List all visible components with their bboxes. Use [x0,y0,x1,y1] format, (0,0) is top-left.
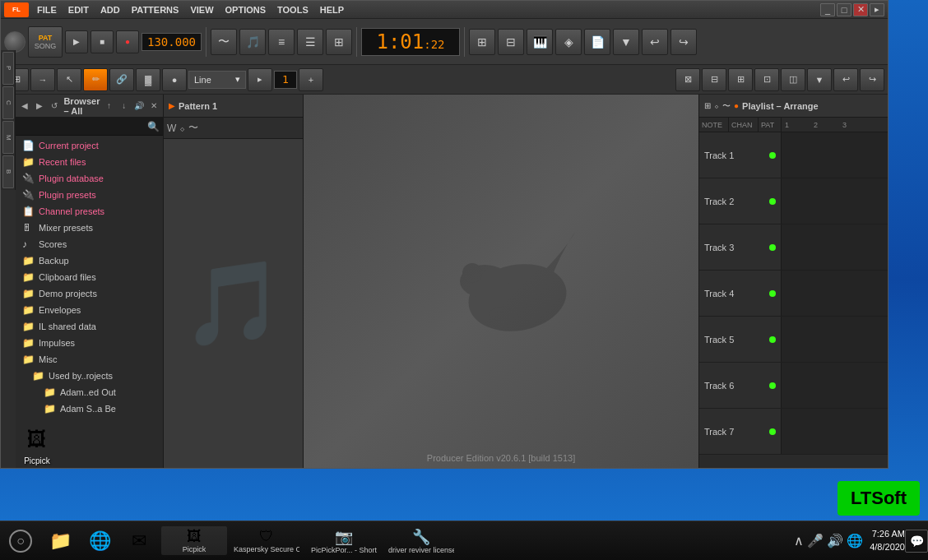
track-4-area[interactable] [782,271,888,316]
draw-mode-dropdown[interactable]: Line ▾ [188,71,246,89]
track-4-label[interactable]: Track 4 [699,271,782,316]
channel-toolbar-btn1[interactable]: W [167,123,176,134]
filter-btn[interactable]: ▼ [613,29,639,55]
browser-item-adam-ed-out[interactable]: 📁 Adam..ed Out [16,384,163,400]
piano-btn[interactable]: 🎹 [527,29,553,55]
track-1-label[interactable]: Track 1 [699,132,782,178]
track-6-label[interactable]: Track 6 [699,363,782,408]
browser-item-impulses[interactable]: 📁 Impulses [16,335,163,351]
browser-item-recent-files[interactable]: 📁 Recent files [16,154,163,170]
left-icon-4[interactable]: B [2,155,14,188]
track-3-area[interactable] [782,224,888,270]
browser-item-plugin-presets[interactable]: 🔌 Plugin presets [16,187,163,203]
smartredo-btn[interactable]: ↪ [860,68,884,91]
taskbar-picpick[interactable]: 🖼 Picpick [161,526,227,555]
browser-close[interactable]: ✕ [148,100,160,113]
tray-volume[interactable]: 🔊 [827,533,843,548]
minimize-button[interactable]: _ [820,3,835,16]
smartundo-btn[interactable]: ↩ [833,68,858,91]
taskbar-clock[interactable]: 7:26 AM 4/8/2020 [870,528,905,553]
browser-item-current-project[interactable]: 📄 Current project [16,137,163,154]
taskbar-explorer[interactable]: 📁 [41,525,79,558]
bars-btn[interactable]: ≡ [268,29,295,55]
browser-next-btn[interactable]: ▶ [34,100,45,113]
menu-edit[interactable]: EDIT [63,3,94,16]
bars2-btn[interactable]: ☰ [297,29,323,55]
redo-btn[interactable]: ↪ [670,29,697,55]
menu-patterns[interactable]: PATTERNS [127,3,184,16]
waveform-btn[interactable]: 🎵 [239,29,266,55]
browser-item-clipboard[interactable]: 📁 Clipboard files [16,269,163,285]
mixer-icon-btn[interactable]: ⊠ [675,68,700,91]
maximize-button[interactable]: □ [837,3,851,16]
track-1-area[interactable] [782,132,888,178]
file-btn[interactable]: 📄 [584,29,610,55]
taskbar-driver-reviver[interactable]: 🔧 driver reviver license key... [383,526,459,556]
track-6-area[interactable] [782,363,888,408]
cursor-btn[interactable]: ↖ [57,68,81,91]
master-volume-knob[interactable] [4,31,26,53]
draw-btn[interactable]: ✏ [83,68,108,91]
playlist-grid-icon[interactable]: ⬦ [714,101,719,110]
play-button[interactable]: ▶ [65,30,88,53]
track-7-label[interactable]: Track 7 [699,409,782,454]
tempo-display[interactable]: 130.000 [142,33,202,51]
browser-item-mixer-presets[interactable]: 🎚 Mixer presets [16,220,163,236]
menu-options[interactable]: OPTIONS [220,3,271,16]
extra-button[interactable]: ▸ [870,3,884,16]
wave-icon-btn[interactable]: 〜 [211,29,237,55]
taskbar-edge[interactable]: 🌐 [81,525,118,558]
browser-refresh-btn[interactable]: ↺ [49,100,60,113]
menu-add[interactable]: ADD [95,3,125,16]
stop-button[interactable]: ■ [90,30,114,53]
dropdown-arrow[interactable]: ▸ [248,68,272,91]
browser-item-adam-sa-be[interactable]: 📁 Adam S..a Be [16,400,163,417]
pat-song-button[interactable]: PAT SONG [28,26,63,58]
browser-item-il-shared[interactable]: 📁 IL shared data [16,318,163,335]
plugin-btn[interactable]: ◈ [555,29,582,55]
browser-speaker[interactable]: 🔊 [133,100,145,113]
browser-up-arrow[interactable]: ↑ [103,100,114,113]
browser-search-input[interactable] [19,122,147,131]
brush-btn[interactable]: 🔗 [109,68,134,91]
browser-item-used-by-projects[interactable]: 📁 Used by..rojects [16,368,163,384]
start-button[interactable]: ○ [0,521,41,561]
browser-item-envelopes[interactable]: 📁 Envelopes [16,302,163,318]
browser-item-plugin-database[interactable]: 🔌 Plugin database [16,170,163,187]
menu-tools[interactable]: TOOLS [272,3,313,16]
track-3-label[interactable]: Track 3 [699,224,782,270]
track-5-label[interactable]: Track 5 [699,317,782,362]
channel-toolbar-btn3[interactable]: 〜 [188,121,198,135]
playlist-wave-icon[interactable]: 〜 [722,100,731,112]
piano-roll-btn[interactable]: ⊞ [728,68,753,91]
automation-btn[interactable]: ⊡ [754,68,779,91]
left-icon-2[interactable]: C [2,95,14,119]
browser-item-demo[interactable]: 📁 Demo projects [16,285,163,302]
browser-btn2[interactable]: ◫ [781,68,805,91]
step-seq-btn[interactable]: ⊟ [702,68,726,91]
notification-button[interactable]: 💬 [905,530,928,553]
menu-help[interactable]: HELP [315,3,349,16]
tray-mic[interactable]: 🎤 [807,533,824,548]
mixer-btn[interactable]: ⊟ [498,29,524,55]
browser-item-scores[interactable]: ♪ Scores [16,236,163,252]
close-button[interactable]: ✕ [853,3,868,16]
taskbar-picpickpor[interactable]: 📷 PicPickPor... - Shortcut [306,526,382,556]
menu-file[interactable]: FILE [32,3,62,16]
browser-down-arrow[interactable]: ↓ [118,100,130,113]
track-2-label[interactable]: Track 2 [699,178,782,224]
taskbar-kaspersky[interactable]: 🛡 Kaspersky Secure Co... [229,526,304,555]
record-button[interactable]: ● [116,30,139,53]
menu-view[interactable]: VIEW [185,3,218,16]
arrow-btn[interactable]: → [30,68,55,91]
tray-network[interactable]: 🌐 [847,533,863,548]
grid-btn[interactable]: ⊞ [469,29,495,55]
left-icon-3[interactable]: M [2,121,14,154]
channel-toolbar-btn2[interactable]: ⬦ [179,123,185,134]
track-5-area[interactable] [782,317,888,362]
browser-item-misc[interactable]: 📁 Misc [16,351,163,368]
zoom-in-btn[interactable]: + [299,68,323,91]
browser-item-backup[interactable]: 📁 Backup [16,252,163,269]
browser-item-channel-presets[interactable]: 📋 Channel presets [16,203,163,220]
snap-btn[interactable]: ● [162,68,187,91]
